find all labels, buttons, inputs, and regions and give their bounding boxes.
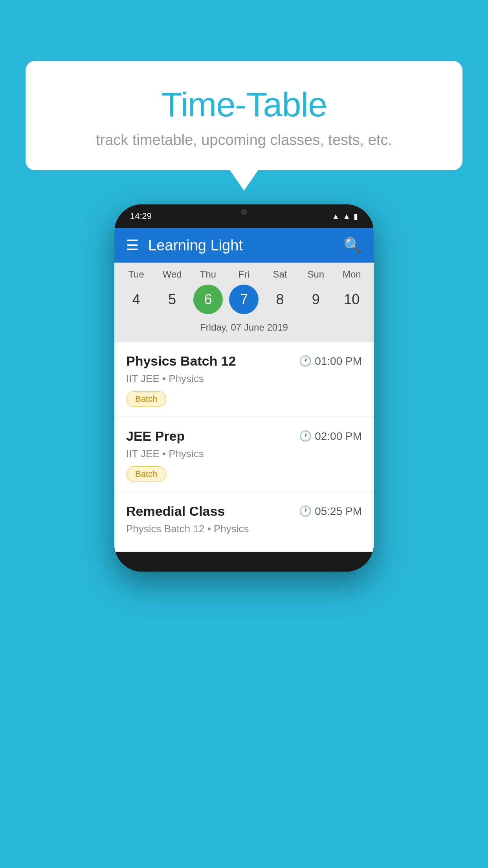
day-6-today[interactable]: 6 [193, 285, 223, 314]
item-2-batch-tag: Batch [126, 466, 166, 482]
schedule-list: Physics Batch 12 🕐 01:00 PM IIT JEE • Ph… [114, 342, 374, 551]
notch [224, 204, 264, 219]
battery-icon: ▮ [354, 211, 358, 221]
item-1-header: Physics Batch 12 🕐 01:00 PM [126, 353, 362, 369]
clock-icon-3: 🕐 [299, 505, 312, 517]
signal-icon: ▲ [343, 212, 350, 221]
phone-bottom-bezel [114, 552, 374, 572]
item-3-subtitle: Physics Batch 12 • Physics [126, 523, 362, 535]
speech-bubble: Time-Table track timetable, upcoming cla… [26, 61, 462, 170]
schedule-item-2[interactable]: JEE Prep 🕐 02:00 PM IIT JEE • Physics Ba… [114, 417, 374, 491]
calendar-strip: Tue Wed Thu Fri Sat Sun Mon 4 5 6 7 8 9 … [114, 263, 374, 342]
front-camera [241, 209, 247, 215]
day-header-sun: Sun [301, 269, 330, 280]
item-2-subtitle: IIT JEE • Physics [126, 448, 362, 460]
item-2-title: JEE Prep [126, 428, 185, 444]
item-1-time: 🕐 01:00 PM [299, 355, 362, 368]
item-3-title: Remedial Class [126, 504, 225, 519]
day-10[interactable]: 10 [337, 285, 367, 314]
item-3-header: Remedial Class 🕐 05:25 PM [126, 504, 362, 519]
bubble-subtitle: track timetable, upcoming classes, tests… [41, 132, 447, 149]
day-header-fri: Fri [229, 269, 259, 280]
speech-bubble-container: Time-Table track timetable, upcoming cla… [26, 61, 462, 170]
day-header-mon: Mon [337, 269, 367, 280]
day-header-tue: Tue [121, 269, 151, 280]
item-3-time: 🕐 05:25 PM [299, 505, 362, 518]
phone-screen: ☰ Learning Light 🔍 Tue Wed Thu Fri Sat S… [114, 228, 374, 552]
app-bar: ☰ Learning Light 🔍 [114, 228, 374, 263]
day-7-selected[interactable]: 7 [229, 285, 259, 314]
day-numbers: 4 5 6 7 8 9 10 [114, 285, 374, 314]
menu-icon[interactable]: ☰ [126, 237, 139, 254]
bubble-title: Time-Table [41, 85, 447, 125]
day-9[interactable]: 9 [301, 285, 330, 314]
selected-date: Friday, 07 June 2019 [114, 319, 374, 339]
schedule-item-3[interactable]: Remedial Class 🕐 05:25 PM Physics Batch … [114, 493, 374, 551]
day-8[interactable]: 8 [265, 285, 295, 314]
day-header-sat: Sat [265, 269, 295, 280]
item-2-header: JEE Prep 🕐 02:00 PM [126, 428, 362, 444]
status-time: 14:29 [130, 211, 152, 221]
schedule-item-1[interactable]: Physics Batch 12 🕐 01:00 PM IIT JEE • Ph… [114, 342, 374, 416]
status-icons: ▲ ▲ ▮ [332, 211, 358, 221]
day-4[interactable]: 4 [121, 285, 151, 314]
status-bar: 14:29 ▲ ▲ ▮ [114, 204, 374, 228]
item-1-title: Physics Batch 12 [126, 353, 236, 369]
app-title: Learning Light [148, 237, 343, 254]
wifi-icon: ▲ [332, 212, 339, 221]
day-headers: Tue Wed Thu Fri Sat Sun Mon [114, 269, 374, 280]
item-2-time: 🕐 02:00 PM [299, 430, 362, 443]
day-5[interactable]: 5 [158, 285, 187, 314]
item-1-subtitle: IIT JEE • Physics [126, 373, 362, 385]
item-1-batch-tag: Batch [126, 391, 166, 407]
clock-icon-2: 🕐 [299, 430, 312, 442]
day-header-thu: Thu [193, 269, 223, 280]
phone-container: 14:29 ▲ ▲ ▮ ☰ Learning Light 🔍 Tue [114, 204, 374, 572]
search-icon[interactable]: 🔍 [343, 237, 362, 254]
phone-frame: 14:29 ▲ ▲ ▮ ☰ Learning Light 🔍 Tue [114, 204, 374, 572]
clock-icon-1: 🕐 [299, 355, 312, 367]
day-header-wed: Wed [158, 269, 187, 280]
